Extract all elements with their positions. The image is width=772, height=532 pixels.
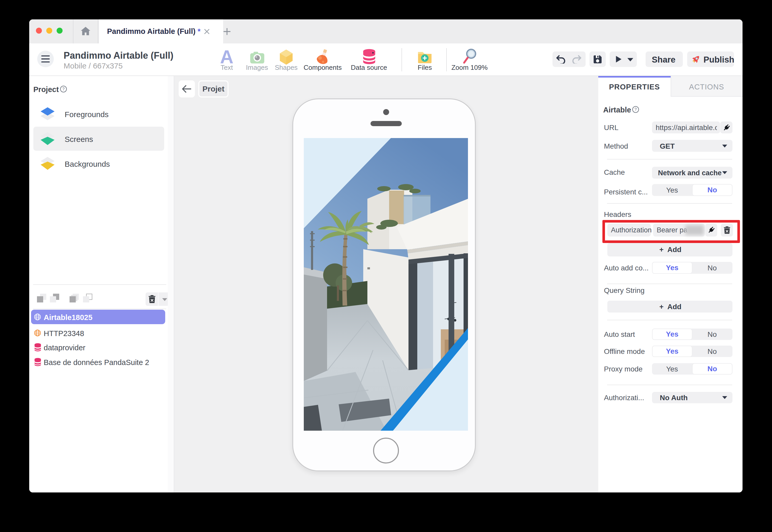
- svg-text:?: ?: [62, 87, 65, 91]
- svg-text:?: ?: [634, 107, 637, 112]
